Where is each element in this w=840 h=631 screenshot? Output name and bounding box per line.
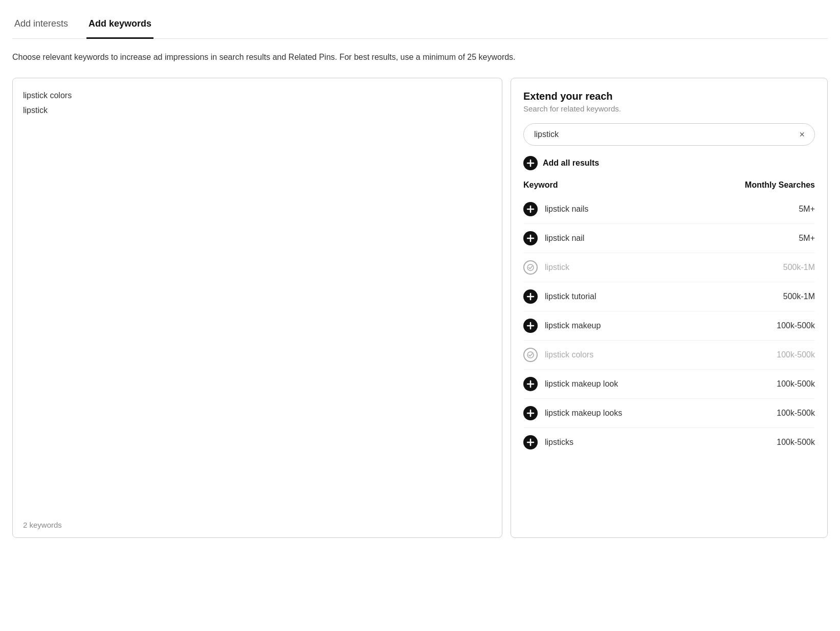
tab-interests[interactable]: Add interests xyxy=(12,10,70,39)
keyword-monthly-searches: 500k-1M xyxy=(764,292,815,301)
keyword-name: lipstick colors xyxy=(545,350,764,359)
column-keyword-header: Keyword xyxy=(523,181,558,190)
keyword-monthly-searches: 5M+ xyxy=(764,205,815,214)
keyword-name: lipstick nails xyxy=(545,205,764,214)
keyword-monthly-searches: 100k-500k xyxy=(764,409,815,418)
page-container: Add interests Add keywords Choose releva… xyxy=(0,0,840,631)
add-all-results-row[interactable]: Add all results xyxy=(523,156,815,170)
keyword-name: lipstick makeup look xyxy=(545,379,764,389)
keyword-added-icon[interactable] xyxy=(523,260,538,275)
column-headers: Keyword Monthly Searches xyxy=(523,181,815,195)
keyword-added-icon[interactable] xyxy=(523,348,538,362)
keyword-row: lipstick makeup looks100k-500k xyxy=(523,399,815,428)
keyword-row: lipstick colors100k-500k xyxy=(523,341,815,370)
left-panel: lipstick colors lipstick 2 keywords xyxy=(12,78,502,538)
tab-keywords[interactable]: Add keywords xyxy=(86,10,153,39)
add-all-icon xyxy=(523,156,538,170)
keyword-add-icon[interactable] xyxy=(523,377,538,391)
selected-keyword-item: lipstick colors xyxy=(23,88,492,103)
keyword-row: lipstick nails5M+ xyxy=(523,195,815,224)
keyword-name: lipsticks xyxy=(545,438,764,447)
keyword-row: lipstick tutorial500k-1M xyxy=(523,282,815,311)
keyword-add-icon[interactable] xyxy=(523,406,538,420)
content-area: lipstick colors lipstick 2 keywords Exte… xyxy=(12,78,828,538)
clear-search-button[interactable]: × xyxy=(797,127,807,142)
keyword-add-icon[interactable] xyxy=(523,289,538,304)
column-monthly-header: Monthly Searches xyxy=(745,181,815,190)
keyword-name: lipstick makeup looks xyxy=(545,409,764,418)
keyword-monthly-searches: 5M+ xyxy=(764,234,815,243)
extend-reach-subtitle: Search for related keywords. xyxy=(523,104,815,113)
description-text: Choose relevant keywords to increase ad … xyxy=(12,51,626,63)
search-container: × xyxy=(523,123,815,146)
keyword-row: lipstick makeup100k-500k xyxy=(523,311,815,341)
extend-reach-title: Extend your reach xyxy=(523,91,815,102)
keyword-add-icon[interactable] xyxy=(523,202,538,216)
keyword-monthly-searches: 100k-500k xyxy=(764,321,815,330)
keyword-results-list: lipstick nails5M+ lipstick nail5M+ lipst… xyxy=(523,195,815,457)
selected-keyword-item: lipstick xyxy=(23,103,492,118)
keyword-monthly-searches: 100k-500k xyxy=(764,438,815,447)
keyword-name: lipstick tutorial xyxy=(545,292,764,301)
keyword-monthly-searches: 100k-500k xyxy=(764,350,815,359)
keyword-row: lipstick makeup look100k-500k xyxy=(523,370,815,399)
keyword-add-icon[interactable] xyxy=(523,319,538,333)
selected-keywords-list: lipstick colors lipstick xyxy=(23,88,492,527)
keyword-row: lipstick nail5M+ xyxy=(523,224,815,253)
keyword-monthly-searches: 500k-1M xyxy=(764,263,815,272)
keyword-add-icon[interactable] xyxy=(523,435,538,449)
keyword-row: lipstick500k-1M xyxy=(523,253,815,282)
keyword-row: lipsticks100k-500k xyxy=(523,428,815,457)
keyword-name: lipstick makeup xyxy=(545,321,764,330)
keyword-name: lipstick xyxy=(545,263,764,272)
plus-icon xyxy=(526,159,535,167)
keyword-add-icon[interactable] xyxy=(523,231,538,245)
right-panel: Extend your reach Search for related key… xyxy=(511,78,828,538)
add-all-label: Add all results xyxy=(543,159,599,168)
keyword-monthly-searches: 100k-500k xyxy=(764,379,815,389)
keyword-count: 2 keywords xyxy=(23,514,62,529)
search-input[interactable] xyxy=(523,123,815,146)
keyword-name: lipstick nail xyxy=(545,234,764,243)
tabs-bar: Add interests Add keywords xyxy=(12,10,828,39)
